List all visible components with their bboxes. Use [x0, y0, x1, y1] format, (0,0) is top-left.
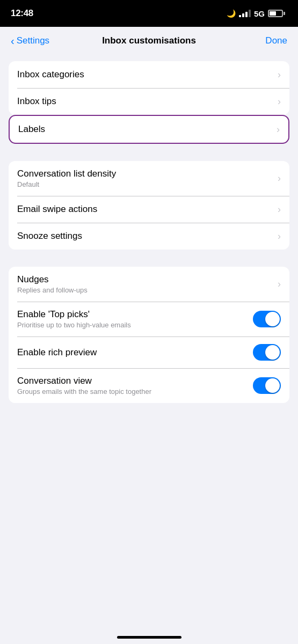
toggle-thumb-rich-preview — [265, 345, 280, 360]
chevron-right-icon-4: › — [278, 173, 281, 184]
chevron-right-icon-3: › — [277, 124, 280, 135]
home-indicator-area — [0, 636, 298, 639]
labels-label: Labels — [18, 124, 45, 135]
conversation-view-label: Conversation view — [17, 376, 253, 386]
item-left-nudges: Nudges Replies and follow-ups — [17, 274, 278, 294]
signal-bar-4 — [249, 10, 251, 17]
fiveg-label: 5G — [254, 9, 265, 18]
done-button[interactable]: Done — [265, 35, 287, 46]
rich-preview-label: Enable rich preview — [17, 347, 97, 358]
top-picks-toggle[interactable] — [253, 311, 281, 327]
nudges-sublabel: Replies and follow-ups — [17, 286, 278, 294]
status-bar: 12:48 🌙 5G — [0, 0, 298, 27]
main-content: ‹ Settings Inbox customisations Done Inb… — [0, 27, 298, 644]
email-swipe-label: Email swipe actions — [17, 204, 97, 215]
conversation-density-label: Conversation list density — [17, 169, 278, 179]
section-2: Conversation list density Default › Emai… — [9, 161, 289, 250]
toggle-thumb-top-picks — [265, 312, 280, 326]
card-3: Nudges Replies and follow-ups › Enable '… — [9, 267, 289, 403]
chevron-right-icon-7: › — [278, 279, 281, 290]
inbox-tips-label: Inbox tips — [17, 96, 56, 107]
rich-preview-toggle[interactable] — [253, 344, 281, 361]
card-labels-highlighted: Labels › — [9, 115, 289, 144]
battery-icon — [268, 10, 285, 17]
battery-fill — [270, 11, 276, 16]
list-item-top-picks[interactable]: Enable 'Top picks' Prioritise up to two … — [9, 302, 289, 336]
section-1: Inbox categories › Inbox tips › Labels › — [9, 61, 289, 144]
back-label: Settings — [17, 35, 49, 46]
card-1: Inbox categories › Inbox tips › — [9, 61, 289, 115]
list-item-snooze[interactable]: Snooze settings › — [9, 223, 289, 250]
signal-bar-2 — [242, 13, 244, 17]
list-item-email-swipe[interactable]: Email swipe actions › — [9, 196, 289, 223]
signal-bars — [239, 10, 251, 17]
chevron-right-icon-2: › — [278, 96, 281, 107]
list-item-labels[interactable]: Labels › — [10, 116, 288, 143]
chevron-right-icon-5: › — [278, 204, 281, 215]
top-picks-sublabel: Prioritise up to two high-value emails — [17, 321, 253, 329]
list-item-conversation-density[interactable]: Conversation list density Default › — [9, 161, 289, 196]
status-time: 12:48 — [11, 8, 33, 19]
chevron-right-icon: › — [278, 69, 281, 80]
snooze-label: Snooze settings — [17, 231, 82, 241]
list-item-rich-preview[interactable]: Enable rich preview — [9, 336, 289, 368]
chevron-left-icon: ‹ — [11, 35, 14, 46]
section-3: Nudges Replies and follow-ups › Enable '… — [9, 267, 289, 403]
list-item-conversation-view[interactable]: Conversation view Groups emails with the… — [9, 368, 289, 403]
home-indicator — [117, 636, 181, 639]
list-item-inbox-tips[interactable]: Inbox tips › — [9, 88, 289, 115]
page-title: Inbox customisations — [102, 35, 196, 46]
chevron-right-icon-6: › — [278, 231, 281, 242]
toggle-thumb-conversation-view — [265, 378, 280, 393]
nav-bar: ‹ Settings Inbox customisations Done — [0, 27, 298, 53]
moon-icon: 🌙 — [227, 9, 236, 18]
signal-bar-3 — [245, 12, 248, 17]
inbox-categories-label: Inbox categories — [17, 69, 84, 80]
top-picks-label: Enable 'Top picks' — [17, 309, 253, 320]
item-left-conversation-view: Conversation view Groups emails with the… — [17, 376, 253, 396]
signal-bar-1 — [239, 15, 241, 17]
card-2: Conversation list density Default › Emai… — [9, 161, 289, 250]
item-left-top-picks: Enable 'Top picks' Prioritise up to two … — [17, 309, 253, 329]
conversation-view-sublabel: Groups emails with the same topic togeth… — [17, 387, 253, 396]
nudges-label: Nudges — [17, 274, 278, 285]
list-item-nudges[interactable]: Nudges Replies and follow-ups › — [9, 267, 289, 302]
list-item-inbox-categories[interactable]: Inbox categories › — [9, 61, 289, 88]
back-button[interactable]: ‹ Settings — [11, 35, 49, 46]
conversation-density-sublabel: Default — [17, 180, 278, 188]
status-right: 🌙 5G — [227, 9, 285, 18]
battery-tip — [284, 12, 285, 15]
battery-body — [268, 10, 283, 17]
item-left-density: Conversation list density Default — [17, 169, 278, 188]
conversation-view-toggle[interactable] — [253, 377, 281, 394]
